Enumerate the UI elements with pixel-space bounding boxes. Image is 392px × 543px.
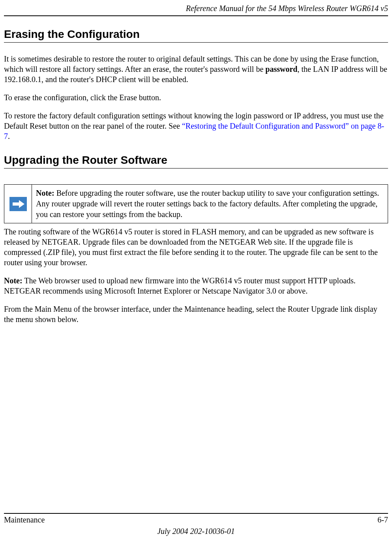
bold-text: password — [265, 65, 297, 73]
paragraph: To restore the factory default configura… — [4, 110, 388, 141]
footer-date-docnum: July 2004 202-10036-01 — [4, 527, 388, 536]
footer-section-name: Maintenance — [4, 515, 45, 524]
text: . — [8, 132, 10, 140]
arrow-right-icon — [9, 197, 27, 211]
section-rule — [4, 168, 388, 169]
paragraph: It is sometimes desirable to restore the… — [4, 54, 388, 84]
note-icon-cell — [4, 185, 32, 223]
section-heading-upgrading: Upgrading the Router Software — [4, 154, 388, 167]
note-body: Before upgrading the router software, us… — [36, 189, 379, 219]
note-label-inline: Note: — [4, 276, 23, 285]
paragraph: Note: The Web browser used to upload new… — [4, 275, 388, 296]
footer-rule — [4, 513, 388, 514]
page-footer: Maintenance 6-7 July 2004 202-10036-01 — [4, 513, 388, 536]
text: The Web browser used to upload new firmw… — [4, 276, 356, 295]
page-header: Reference Manual for the 54 Mbps Wireles… — [4, 0, 388, 15]
section-heading-erasing: Erasing the Configuration — [4, 28, 388, 41]
note-label: Note: — [36, 189, 54, 197]
note-text: Note: Before upgrading the router softwa… — [32, 185, 388, 223]
paragraph: The routing software of the WGR614 v5 ro… — [4, 227, 388, 268]
footer-page-number: 6-7 — [377, 515, 388, 524]
paragraph: From the Main Menu of the browser interf… — [4, 304, 388, 324]
section-rule — [4, 42, 388, 43]
footer-line: Maintenance 6-7 — [4, 515, 388, 524]
paragraph: To erase the configuration, click the Er… — [4, 92, 388, 103]
header-rule — [4, 15, 388, 16]
note-box: Note: Before upgrading the router softwa… — [4, 184, 388, 223]
